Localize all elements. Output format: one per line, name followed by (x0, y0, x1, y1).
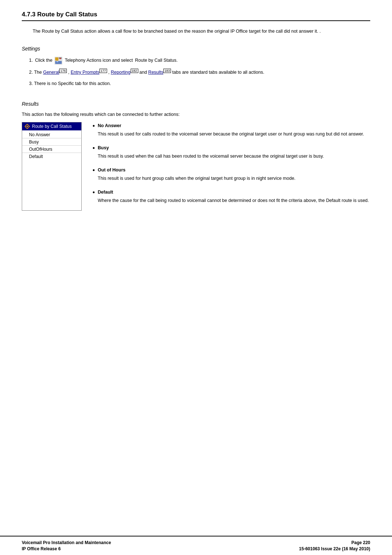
footer-release: IP Office Release 6 (22, 546, 111, 551)
bullet-title-3: Out of Hours (98, 166, 295, 174)
step-1: 1. Click the (29, 57, 370, 65)
tree-items-list: No Answer Busy OutOfHours Default (22, 130, 81, 161)
results-bullets: • No Answer This result is used for call… (93, 122, 370, 211)
bullet-content-3: Out of Hours This result is used for hun… (98, 166, 295, 182)
tree-header-icon (24, 123, 30, 129)
tree-panel: Route by Call Status No Answer Busy OutO… (22, 122, 82, 211)
footer-right: Page 220 15-601063 Issue 22e (16 May 201… (299, 540, 370, 551)
tree-item-no-answer: No Answer (22, 131, 81, 138)
bullet-desc-1: This result is used for calls routed to … (98, 130, 364, 138)
bullet-busy: • Busy This result is used when the call… (93, 144, 370, 160)
svg-rect-3 (55, 61, 62, 64)
section-title: 4.7.3 Route by Call Status (22, 11, 370, 21)
bullet-desc-2: This result is used when the call has be… (98, 153, 324, 160)
link-reporting[interactable]: Reporting (111, 70, 130, 75)
bullet-dot-4: • (93, 189, 95, 204)
bullet-content-1: No Answer This result is used for calls … (98, 122, 364, 138)
results-heading: Results (22, 101, 370, 107)
bullet-dot-3: • (93, 167, 95, 182)
bullet-title-1: No Answer (98, 122, 364, 129)
footer: Voicemail Pro Installation and Maintenan… (0, 536, 392, 555)
footer-product-name: Voicemail Pro Installation and Maintenan… (22, 540, 111, 545)
bullet-title-4: Default (98, 189, 369, 196)
settings-section: Settings 1. Click the (22, 46, 370, 88)
general-superscript: 176 (59, 69, 67, 73)
svg-point-7 (26, 126, 28, 127)
results-superscript: 183 (163, 69, 171, 73)
footer-page-number: Page 220 (351, 540, 370, 545)
bullet-content-2: Busy This result is used when the call h… (98, 144, 324, 160)
sep-3: and (139, 70, 148, 75)
settings-heading: Settings (22, 46, 370, 52)
bullet-content-4: Default Where the cause for the call bei… (98, 189, 369, 204)
step-1-action: Route by Call Status. (135, 57, 177, 64)
tree-header-label: Route by Call Status (32, 124, 72, 129)
bullet-dot-1: • (93, 123, 95, 138)
step-1-text-middle: Telephony Actions icon and select (65, 57, 133, 64)
bullet-desc-3: This result is used for hunt group calls… (98, 175, 295, 182)
content-area: 4.7.3 Route by Call Status The Route by … (0, 0, 392, 536)
svg-rect-1 (55, 57, 58, 61)
bullet-default: • Default Where the cause for the call b… (93, 189, 370, 204)
step-1-text-before: Click the (35, 57, 52, 64)
reporting-superscript: 182 (131, 69, 138, 73)
svg-point-4 (60, 58, 61, 59)
step-2-text-after: tabs are standard tabs available to all … (172, 70, 265, 75)
step-2-text: The (34, 70, 43, 75)
entry-prompts-superscript: 177 (99, 69, 107, 73)
link-entry-prompts[interactable]: Entry Prompts (71, 70, 99, 75)
step-3-number: 3. (29, 81, 34, 86)
results-content: Route by Call Status No Answer Busy OutO… (22, 122, 370, 211)
tree-item-outofhours: OutOfHours (22, 146, 81, 153)
tree-header: Route by Call Status (22, 122, 81, 130)
footer-issue: 15-601063 Issue 22e (16 May 2010) (299, 546, 370, 551)
step-1-number: 1. (29, 57, 33, 64)
page-container: 4.7.3 Route by Call Status The Route by … (0, 0, 392, 555)
bullet-title-2: Busy (98, 144, 324, 151)
step-3: 3. There is no Specific tab for this act… (29, 80, 370, 88)
bullet-no-answer: • No Answer This result is used for call… (93, 122, 370, 138)
footer-left: Voicemail Pro Installation and Maintenan… (22, 540, 111, 551)
results-intro: This action has the following results wh… (22, 112, 370, 117)
settings-list: 1. Click the (22, 57, 370, 88)
link-results[interactable]: Results (148, 70, 163, 75)
bullet-out-of-hours: • Out of Hours This result is used for h… (93, 166, 370, 182)
tree-item-default: Default (22, 153, 81, 160)
bullet-desc-4: Where the cause for the call being route… (98, 197, 369, 204)
intro-text: The Route by Call Status action allows a… (22, 28, 370, 35)
telephony-actions-icon (54, 57, 62, 65)
tree-item-busy: Busy (22, 138, 81, 146)
bullet-dot-2: • (93, 145, 95, 160)
step-2: 2. The General176 , Entry Prompts177 , R… (29, 68, 370, 76)
step-2-number: 2. (29, 70, 34, 75)
step-3-text: There is no Specific tab for this action… (34, 81, 111, 86)
sep-1: , (68, 70, 71, 75)
results-section: Results This action has the following re… (22, 101, 370, 211)
link-general[interactable]: General (43, 70, 59, 75)
